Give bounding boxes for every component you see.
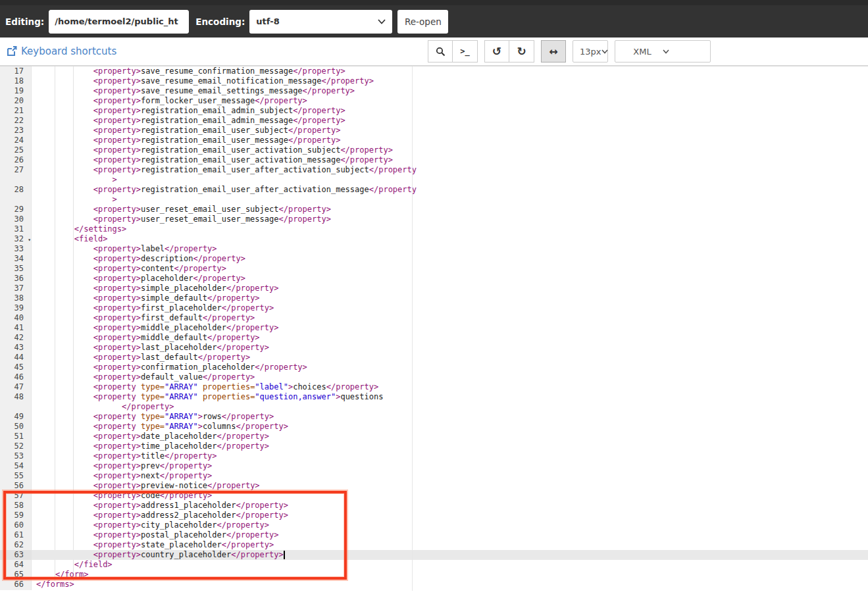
code-line-text: <property>title</property> [32,451,217,461]
terminal-button[interactable]: >_ [453,40,478,63]
code-line[interactable]: 23 <property>registration_email_user_sub… [0,126,868,136]
encoding-select[interactable]: utf-8 [249,10,392,34]
code-editor[interactable]: 17 <property>save_resume_confirmation_me… [0,66,868,602]
code-line[interactable]: 30 <property>user_reset_email_user_messa… [0,214,868,224]
code-line[interactable]: 19 <property>save_resume_email_settings_… [0,86,868,96]
line-number: 50 [0,422,32,432]
code-line[interactable]: 52 <property>time_placeholder</property> [0,441,868,451]
line-number: 56 [0,481,32,491]
chevron-down-icon [601,49,608,54]
code-line[interactable]: 44 <property>last_default</property> [0,353,868,363]
code-line[interactable]: 24 <property>registration_email_user_mes… [0,136,868,145]
code-line[interactable]: 33 <property>label</property> [0,244,868,254]
code-line-text: <property>registration_email_admin_subje… [32,106,345,116]
code-line-text: <property>time_placeholder</property> [32,441,269,451]
line-number: 51 [0,432,32,441]
code-line[interactable]: 32▾ <field> [0,234,868,244]
code-line[interactable]: 55 <property>next</property> [0,471,868,481]
code-line[interactable]: 37 <property>simple_placeholder</propert… [0,284,868,293]
search-button[interactable] [428,40,453,63]
line-number [0,195,32,205]
line-number: 37 [0,284,32,293]
fold-arrow-icon[interactable]: ▾ [28,235,31,245]
code-line[interactable]: 35 <property>content</property> [0,264,868,274]
reopen-button[interactable]: Re-open [397,10,448,34]
undo-button[interactable]: ↺ [484,40,509,63]
line-number: 48 [0,392,32,402]
code-line[interactable]: 56 <property>preview-notice</property> [0,481,868,491]
line-number: 54 [0,461,32,471]
terminal-icon: >_ [460,47,469,56]
line-number: 55 [0,471,32,481]
code-line[interactable]: 26 <property>registration_email_user_act… [0,155,868,165]
code-line[interactable]: 66</forms> [0,580,868,589]
code-line[interactable]: > [0,175,868,185]
undo-icon: ↺ [492,45,501,58]
code-line[interactable]: 17 <property>save_resume_confirmation_me… [0,66,868,76]
line-number: 19 [0,86,32,96]
code-line-text: <property>registration_email_user_after_… [32,185,417,195]
code-line[interactable]: 31 </settings> [0,224,868,234]
line-number: 21 [0,106,32,116]
code-line-text: <property>preview-notice</property> [32,481,260,491]
font-size-value: 13px [580,47,601,57]
code-line-text: <property type="ARRAY">rows</property> [32,412,274,422]
line-number: 31 [0,224,32,234]
line-number: 36 [0,274,32,284]
code-line[interactable]: 25 <property>registration_email_user_act… [0,145,868,155]
code-line[interactable]: 27 <property>registration_email_user_aft… [0,165,868,175]
redo-icon: ↻ [517,45,526,58]
code-line-text: <property type="ARRAY" properties="label… [32,382,378,392]
code-line[interactable]: 28 <property>registration_email_user_aft… [0,185,868,195]
code-line[interactable]: 47 <property type="ARRAY" properties="la… [0,382,868,392]
code-line[interactable]: 46 <property>default_value</property> [0,372,868,382]
code-line-text: <property>label</property> [32,244,217,254]
code-line-text: <property>middle_placeholder</property> [32,323,278,333]
code-line[interactable]: 48 <property type="ARRAY" properties="qu… [0,392,868,402]
code-line[interactable]: 38 <property>simple_default</property> [0,293,868,303]
font-size-select[interactable]: 13px [573,40,608,63]
code-line[interactable]: 22 <property>registration_email_admin_me… [0,116,868,126]
keyboard-shortcuts-link[interactable]: Keyboard shortcuts [7,45,116,57]
code-line[interactable]: 49 <property type="ARRAY">rows</property… [0,412,868,422]
code-line-text: </settings> [32,224,126,234]
code-line[interactable]: 36 <property>placeholder</property> [0,274,868,284]
line-number: 32▾ [0,234,32,244]
word-wrap-toggle-button[interactable]: ↔ [541,40,566,63]
code-line[interactable]: 53 <property>title</property> [0,451,868,461]
line-number: 27 [0,165,32,175]
code-line-text: <property>confirmation_placeholder</prop… [32,363,307,372]
code-line-text: <property>description</property> [32,254,245,264]
chevron-down-icon [378,19,386,24]
line-number [0,175,32,185]
syntax-mode-select[interactable]: XML [615,40,711,63]
code-line[interactable]: </property> [0,402,868,412]
line-number: 43 [0,343,32,353]
code-line[interactable]: 43 <property>last_placeholder</property> [0,343,868,353]
code-line[interactable]: 39 <property>first_placeholder</property… [0,303,868,313]
code-line[interactable]: 20 <property>form_locker_user_message</p… [0,96,868,106]
code-line-text: <property>registration_email_admin_messa… [32,116,345,126]
code-line-text: <property>default_value</property> [32,372,255,382]
code-line[interactable]: 40 <property>first_default</property> [0,313,868,323]
code-line[interactable]: 18 <property>save_resume_email_notificat… [0,76,868,86]
line-number: 25 [0,145,32,155]
code-line[interactable]: 42 <property>middle_default</property> [0,333,868,343]
code-line-text: <field> [32,234,107,244]
redo-button[interactable]: ↻ [509,40,534,63]
code-line[interactable]: 51 <property>date_placeholder</property> [0,432,868,441]
line-number: 28 [0,185,32,195]
line-number: 23 [0,126,32,136]
code-line[interactable]: 34 <property>description</property> [0,254,868,264]
code-line[interactable]: 45 <property>confirmation_placeholder</p… [0,363,868,372]
code-line[interactable]: 41 <property>middle_placeholder</propert… [0,323,868,333]
code-line[interactable]: > [0,195,868,205]
editing-label: Editing: [5,16,44,27]
code-line-text: <property>save_resume_confirmation_messa… [32,66,345,76]
code-line[interactable]: 50 <property type="ARRAY">columns</prope… [0,422,868,432]
code-line[interactable]: 29 <property>user_reset_email_user_subje… [0,205,868,214]
line-number [0,402,32,412]
code-line[interactable]: 21 <property>registration_email_admin_su… [0,106,868,116]
file-path-input[interactable] [49,10,189,34]
code-line[interactable]: 54 <property>prev</property> [0,461,868,471]
